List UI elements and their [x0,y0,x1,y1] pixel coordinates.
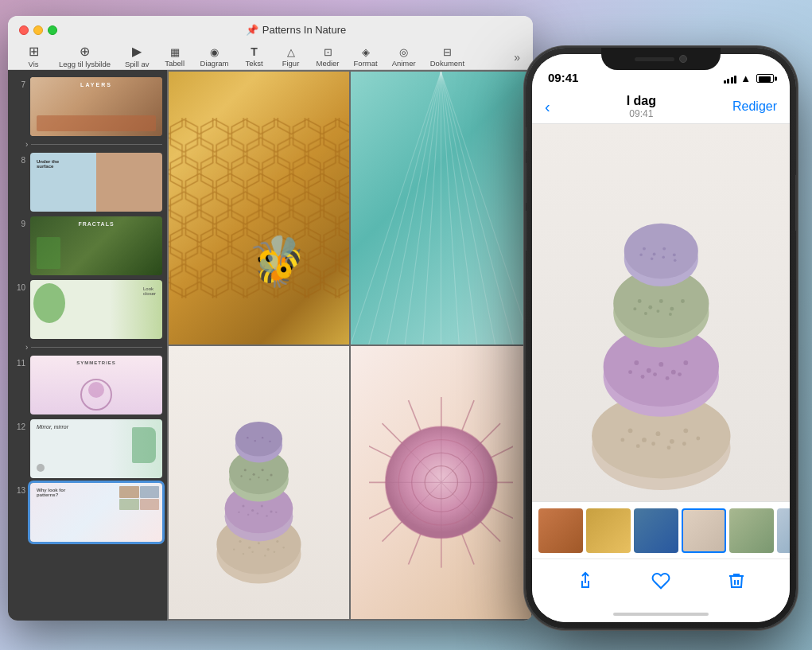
svg-point-88 [636,444,640,448]
add-slide-icon: ⊕ [80,45,90,58]
slide-thumb-11[interactable]: SYMMETRIES [30,356,162,415]
svg-point-83 [642,438,647,442]
toolbar-medier[interactable]: ⊡ Medier [310,44,346,71]
slide-item-11[interactable]: 11 SYMMETRIES [8,353,167,417]
svg-point-50 [235,422,282,457]
svg-point-33 [270,511,273,513]
slide-item-7[interactable]: 7 LAYERS [8,75,167,138]
svg-point-124 [662,255,664,258]
svg-line-7 [405,72,441,344]
svg-point-45 [240,476,242,477]
favorite-button[interactable] [651,571,670,595]
svg-point-111 [681,299,685,303]
svg-point-109 [659,299,663,303]
svg-rect-3 [169,118,349,298]
thumbnail-1[interactable] [538,508,583,553]
svg-line-12 [441,72,495,344]
slide-12-title: Mirror, mirror [37,424,68,430]
svg-point-112 [633,307,636,310]
toolbar-tabell[interactable]: ▦ Tabell [157,44,192,71]
close-button[interactable] [19,25,29,35]
slide-number-13: 13 [13,483,25,542]
slide-panel[interactable]: 7 LAYERS › 8 Under thesurface [8,70,167,621]
toolbar-legg-til[interactable]: ⊕ Legg til lysbilde [52,42,117,72]
slide-13-title: Why look forpatterns? [37,488,65,497]
toolbar-format[interactable]: ◈ Format [348,44,384,71]
toolbar-diagram[interactable]: ◉ Diagram [194,44,235,71]
wifi-icon: ▲ [740,72,751,84]
svg-point-103 [665,376,669,380]
svg-point-17 [239,540,242,543]
slide-thumb-13[interactable]: Why look forpatterns? [30,483,162,542]
svg-point-46 [249,478,251,480]
slide-thumb-8[interactable]: Under thesurface [30,153,162,212]
vis-icon: ⊞ [29,45,39,58]
fullscreen-button[interactable] [48,25,57,35]
document-icon: ⊟ [443,47,452,57]
svg-point-99 [683,360,688,365]
svg-point-110 [670,307,674,311]
svg-point-122 [639,254,642,256]
svg-point-102 [653,372,657,376]
svg-point-125 [674,259,676,261]
slide-item-12[interactable]: 12 Mirror, mirror [8,417,167,481]
slide-thumb-12[interactable]: Mirror, mirror [30,419,162,478]
iphone-screen: 09:41 ▲ ‹ [532,54,790,622]
svg-point-95 [634,360,639,365]
svg-point-100 [628,370,632,374]
slide-thumb-10[interactable]: Lookcloser [30,280,162,339]
toolbar-animer[interactable]: ◎ Animer [386,44,422,71]
thumbnail-4-selected[interactable] [682,508,726,553]
back-chevron-icon: ‹ [545,99,550,115]
nav-back-button[interactable]: ‹ [545,99,550,115]
thumbnail-3[interactable] [634,508,678,553]
slide-10-title: Lookcloser [143,286,156,296]
iphone-power-button [795,175,796,231]
svg-line-11 [441,72,477,344]
svg-point-36 [257,512,258,514]
canvas-fan-image [351,72,531,344]
share-button[interactable] [576,571,595,595]
delete-button[interactable] [727,571,746,595]
toolbar-dokument[interactable]: ⊟ Dokument [424,44,471,71]
iphone-bottombar [532,559,790,606]
slide-item-9[interactable]: 9 FRACTALS [8,214,167,278]
thumbnail-2[interactable] [586,508,631,553]
toolbar-more-button[interactable]: » [509,48,525,67]
shape-icon: △ [287,47,295,57]
slide-thumb-7[interactable]: LAYERS [30,77,162,136]
thumbnail-6[interactable] [777,508,790,553]
signal-bar-2 [727,79,729,84]
toolbar-tekst[interactable]: T Tekst [237,43,272,71]
text-icon: T [251,46,258,57]
canvas-area: 🐝 [167,70,533,621]
minimize-button[interactable] [33,25,43,35]
nav-edit-button[interactable]: Rediger [732,99,777,114]
toolbar-spill-av[interactable]: ▶ Spill av [118,42,156,72]
slide-item-8[interactable]: 8 Under thesurface [8,150,167,214]
iphone-thumb-strip[interactable] [532,501,790,559]
svg-point-84 [655,431,660,436]
bee-image-container: 🐝 [169,72,349,344]
iphone-photo-main[interactable] [532,124,790,501]
status-time: 09:41 [548,71,578,84]
svg-point-108 [648,306,652,309]
toolbar-vis[interactable]: ⊞ Vis [16,42,51,72]
slide-divider-8: › [8,138,167,150]
format-icon: ◈ [362,47,370,57]
slide-thumb-9[interactable]: FRACTALS [30,216,162,275]
svg-line-14 [441,72,532,344]
animate-icon: ◎ [399,47,408,57]
slide-item-10[interactable]: 10 Lookcloser [8,278,167,341]
thumbnail-5[interactable] [729,508,774,553]
play-icon: ▶ [132,45,142,58]
toolbar-figur[interactable]: △ Figur [274,44,309,71]
slide-item-13[interactable]: 13 Why look forpatterns? [8,481,167,544]
svg-point-42 [253,473,255,476]
svg-point-96 [647,368,651,373]
signal-bars [724,74,737,84]
svg-point-52 [254,440,256,442]
svg-point-123 [651,257,653,259]
svg-point-51 [247,437,248,438]
battery-icon [756,74,774,83]
